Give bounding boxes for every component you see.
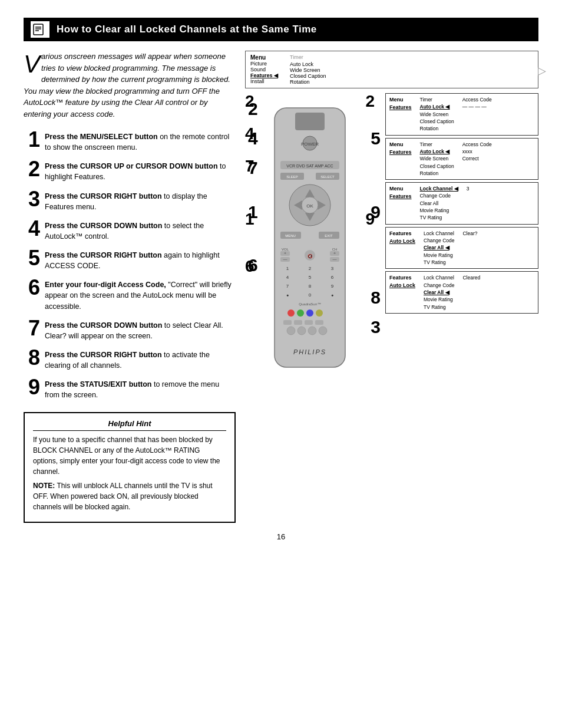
tv-menu-4: Features Auto Lock Lock Channel Change C… (385, 227, 538, 269)
tv-menu-1: Menu Features Timer Auto Lock ◀ Wide Scr… (385, 93, 538, 136)
step-text-2: Press the CURSOR UP or CURSOR DOWN butto… (45, 159, 236, 182)
svg-text:—: — (283, 257, 287, 261)
svg-text:SLEEP: SLEEP (286, 175, 297, 179)
svg-text:PHILIPS: PHILIPS (293, 348, 326, 355)
step-text-3: Press the CURSOR RIGHT button to display… (45, 189, 236, 212)
step-number-7: 7 (24, 318, 40, 339)
step-1: 1 Press the MENU/SELECT button on the re… (24, 129, 236, 153)
tv-menu-3: Menu Features Lock Channel ◀ Change Code… (385, 182, 538, 225)
step-3: 3 Press the CURSOR RIGHT button to displ… (24, 189, 236, 212)
tv-menu-5: Features Auto Lock Lock Channel Change C… (385, 271, 538, 314)
step-number-2: 2 (24, 159, 40, 180)
diagram-label-2: 2 (248, 99, 258, 119)
step-text-7: Press the CURSOR DOWN button to select C… (45, 318, 236, 341)
hint-text: If you tune to a specific channel that h… (33, 434, 226, 512)
svg-point-58 (287, 327, 295, 335)
svg-text:+: + (284, 251, 286, 255)
step-text-9: Press the STATUS/EXIT button to remove t… (45, 377, 236, 400)
page-number: 16 (24, 532, 538, 541)
svg-text:+: + (333, 251, 336, 255)
hint-box: Helpful Hint If you tune to a specific c… (24, 412, 236, 523)
svg-text:MENU: MENU (285, 234, 296, 238)
diagram-label-3: 3 (371, 317, 381, 337)
left-column: V arious onscreen messages will appear w… (24, 51, 236, 523)
svg-text:2: 2 (309, 266, 312, 271)
svg-text:VCR DVD SAT AMP ACC: VCR DVD SAT AMP ACC (286, 164, 333, 168)
tv-menu-2: Menu Features Timer Auto Lock ◀ Wide Scr… (385, 138, 538, 180)
svg-text:🔇: 🔇 (308, 253, 313, 259)
svg-rect-56 (305, 320, 313, 325)
top-menu-diagram: Menu Picture Sound Features ◀ Install Ti… (245, 51, 538, 88)
step-text-1: Press the MENU/SELECT button on the remo… (45, 129, 236, 153)
step-number-4: 4 (24, 218, 40, 239)
steps-list: 1 Press the MENU/SELECT button on the re… (24, 129, 236, 400)
svg-rect-5 (295, 113, 325, 130)
diagram-label-4: 4 (248, 129, 258, 149)
step-number-5: 5 (24, 248, 40, 269)
diagram-label-7: 7 (248, 158, 258, 178)
svg-text:—: — (333, 257, 337, 261)
svg-point-52 (306, 309, 313, 317)
svg-text:●: ● (286, 293, 289, 297)
step-text-8: Press the CURSOR RIGHT button to activat… (45, 347, 236, 371)
svg-rect-57 (315, 320, 323, 325)
diagram-step-2b: 2 (365, 93, 375, 110)
drop-cap: V (24, 52, 40, 77)
step-number-3: 3 (24, 189, 40, 210)
svg-text:8: 8 (309, 284, 312, 289)
step-number-6: 6 (24, 277, 40, 298)
svg-text:5: 5 (309, 275, 312, 280)
hint-title: Helpful Hint (33, 419, 226, 431)
step-8: 8 Press the CURSOR RIGHT button to activ… (24, 347, 236, 371)
document-icon (31, 21, 49, 38)
step-number-1: 1 (24, 129, 40, 150)
screens-area: Menu Features Timer Auto Lock ◀ Wide Scr… (385, 93, 538, 388)
svg-text:4: 4 (286, 275, 289, 280)
svg-text:EXIT: EXIT (325, 234, 333, 238)
svg-point-60 (308, 327, 316, 335)
right-column: Menu Picture Sound Features ◀ Install Ti… (245, 51, 538, 523)
step-7: 7 Press the CURSOR DOWN button to select… (24, 318, 236, 341)
svg-text:QuadraSurr™: QuadraSurr™ (299, 302, 320, 306)
svg-point-59 (297, 327, 306, 335)
step-9: 9 Press the STATUS/EXIT button to remove… (24, 377, 236, 400)
svg-text:●: ● (331, 293, 333, 297)
svg-rect-55 (294, 320, 302, 325)
step-text-5: Press the CURSOR RIGHT button again to h… (45, 248, 236, 271)
svg-text:0: 0 (309, 292, 312, 298)
svg-point-61 (319, 327, 327, 335)
svg-point-50 (287, 309, 295, 317)
svg-point-51 (297, 309, 304, 317)
diagram-label-6: 6 (248, 255, 258, 275)
diagram-label-5: 5 (371, 129, 381, 149)
step-6: 6 Enter your four-digit Access Code, "Co… (24, 277, 236, 311)
svg-text:7: 7 (286, 284, 289, 289)
step-2: 2 Press the CURSOR UP or CURSOR DOWN but… (24, 159, 236, 182)
diagram-label-8: 8 (371, 288, 381, 308)
diagram-label-1: 1 (248, 202, 258, 222)
svg-rect-54 (283, 320, 292, 325)
svg-text:3: 3 (331, 266, 334, 271)
intro-text: arious onscreen messages will appear whe… (24, 52, 230, 118)
svg-text:POWER: POWER (301, 141, 319, 147)
remote-svg: POWER VCR DVD SAT AMP ACC SLEEP SELECT (263, 102, 357, 385)
step-text-6: Enter your four-digit Access Code, "Corr… (45, 277, 236, 311)
svg-point-53 (316, 309, 323, 317)
step-number-8: 8 (24, 347, 40, 368)
page-title: How to Clear all Locked Channels at the … (57, 24, 317, 35)
step-text-4: Press the CURSOR DOWN button to select t… (45, 218, 236, 242)
title-bar: How to Clear all Locked Channels at the … (24, 18, 538, 41)
svg-text:1: 1 (286, 266, 289, 271)
svg-rect-0 (34, 24, 43, 35)
intro-paragraph: V arious onscreen messages will appear w… (24, 51, 236, 120)
step-number-9: 9 (24, 377, 40, 398)
svg-text:9: 9 (331, 284, 334, 289)
diagram-label-9: 9 (371, 202, 381, 222)
svg-text:SELECT: SELECT (320, 175, 335, 179)
step-5: 5 Press the CURSOR RIGHT button again to… (24, 248, 236, 271)
remote-area: 2 2 4 7 1 9 6 POWER (245, 93, 381, 388)
svg-text:OK: OK (306, 203, 313, 209)
step-4: 4 Press the CURSOR DOWN button to select… (24, 218, 236, 242)
main-content: V arious onscreen messages will appear w… (24, 51, 538, 523)
svg-text:6: 6 (331, 275, 334, 280)
